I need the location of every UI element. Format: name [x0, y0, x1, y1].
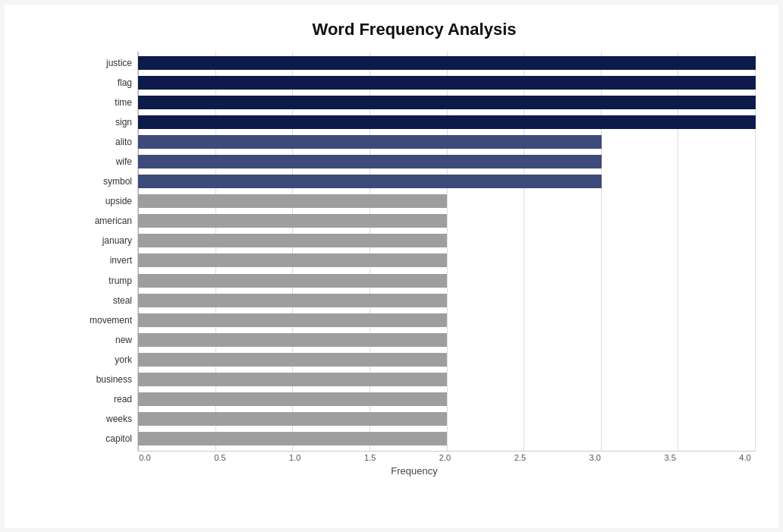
bar-label: movement: [77, 315, 138, 326]
bar: [138, 412, 447, 426]
bar-row: invert: [138, 252, 756, 269]
bar-label: read: [77, 394, 138, 405]
bar: [138, 333, 447, 347]
x-tick: 3.5: [662, 453, 678, 462]
bar-label: justice: [77, 58, 138, 68]
bar-label: flag: [77, 77, 138, 88]
x-tick: 1.5: [363, 453, 378, 462]
bar-row: alito: [138, 134, 756, 150]
bar: [138, 96, 756, 109]
chart-title: Word Frequency Analysis: [73, 20, 756, 39]
bars-container: justiceflagtimesignalitowifesymbolupside…: [138, 52, 756, 451]
bar-row: weeks: [138, 411, 756, 427]
bar-label: time: [77, 97, 138, 108]
x-tick: 2.0: [438, 453, 453, 462]
bar-label: new: [77, 335, 138, 345]
chart-container: Word Frequency Analysis: [5, 5, 778, 528]
bar: [138, 234, 447, 247]
bar: [138, 155, 602, 168]
x-tick: 4.0: [737, 453, 753, 462]
bar: [138, 313, 447, 327]
y-axis-labels: [73, 52, 137, 452]
bar-row: time: [138, 94, 756, 111]
x-tick: 0.5: [212, 453, 228, 462]
bar-row: movement: [138, 312, 756, 329]
bar-row: new: [138, 332, 756, 348]
bar-row: flag: [138, 74, 756, 91]
bar-row: read: [138, 391, 756, 408]
bar: [138, 115, 756, 129]
bar: [138, 253, 447, 267]
bar-row: upside: [138, 193, 756, 209]
bar: [138, 135, 602, 149]
bar-row: wife: [138, 153, 756, 170]
bar: [138, 76, 756, 90]
bar-label: wife: [77, 156, 138, 167]
bar-row: trump: [138, 272, 756, 289]
bar-label: american: [77, 216, 138, 226]
bar-label: business: [77, 374, 138, 385]
bar-label: weeks: [77, 414, 138, 424]
x-tick: 3.0: [587, 453, 602, 462]
x-axis-ticks: 0.00.51.01.52.02.53.03.54.0: [137, 453, 753, 462]
bar-row: january: [138, 232, 756, 249]
bar-label: alito: [77, 137, 138, 147]
bar-label: january: [77, 235, 138, 246]
bar-label: sign: [77, 117, 138, 127]
plot-area: justiceflagtimesignalitowifesymbolupside…: [137, 52, 756, 452]
bar: [138, 432, 447, 445]
bar-label: york: [77, 354, 138, 365]
bar: [138, 353, 447, 367]
bar-row: steal: [138, 292, 756, 309]
bar: [138, 274, 447, 288]
bar: [138, 194, 447, 208]
bar-row: capitol: [138, 430, 756, 447]
bar: [138, 294, 447, 307]
bar-row: york: [138, 351, 756, 368]
bar-label: symbol: [77, 176, 138, 187]
x-tick: 1.0: [288, 453, 303, 462]
bar-row: american: [138, 212, 756, 229]
bar: [138, 373, 447, 386]
bar-row: symbol: [138, 173, 756, 190]
bar-label: upside: [77, 196, 138, 206]
bar-label: trump: [77, 275, 138, 286]
x-tick: 0.0: [137, 453, 153, 462]
bar-label: capitol: [77, 433, 138, 444]
bar: [138, 56, 756, 70]
bar-label: invert: [77, 255, 138, 266]
bar: [138, 392, 447, 406]
x-tick: 2.5: [512, 453, 527, 462]
bar-row: sign: [138, 114, 756, 131]
x-axis-label: Frequency: [73, 465, 756, 477]
bar-row: justice: [138, 55, 756, 71]
bar-row: business: [138, 371, 756, 388]
bar: [138, 175, 602, 188]
bar-label: steal: [77, 295, 138, 306]
bar: [138, 214, 447, 228]
